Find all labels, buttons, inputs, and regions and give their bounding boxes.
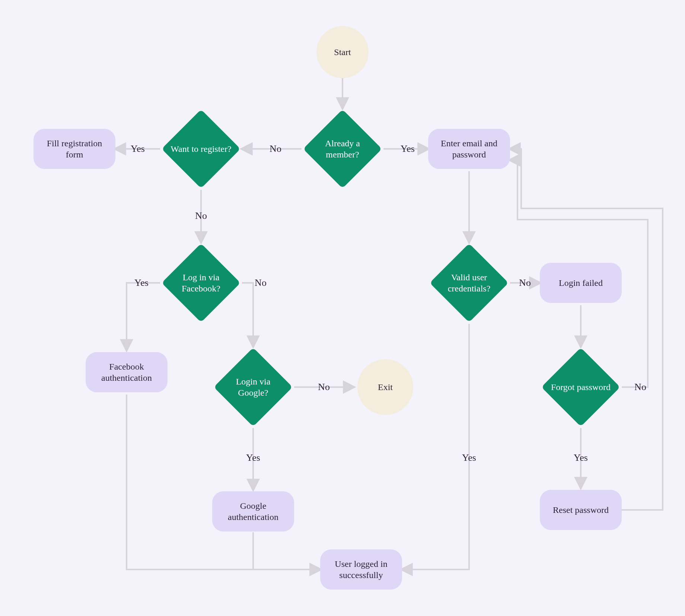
node-already-member: Already a member? — [315, 121, 370, 177]
label-register-no: No — [195, 210, 207, 221]
label-valid-yes: Yes — [462, 452, 476, 463]
node-start: Start — [316, 26, 369, 78]
node-logged-in: User logged in successfully — [320, 549, 402, 590]
node-valid-creds-label: Valid user credentials? — [437, 272, 501, 294]
node-login-google-label: Login via Google? — [222, 376, 285, 398]
node-enter-email-password: Enter email and password — [428, 129, 510, 169]
node-forgot-password-label: Forgot password — [549, 382, 612, 393]
node-already-member-label: Already a member? — [311, 138, 374, 160]
node-login-facebook-label: Log in via Facebook? — [169, 272, 233, 294]
node-google-auth-label: Google authentication — [222, 500, 284, 523]
node-logged-in-label: User logged in successfully — [330, 558, 392, 581]
node-fill-registration-label: Fill registration form — [43, 138, 106, 160]
label-fb-no: No — [255, 277, 267, 288]
node-facebook-auth: Facebook authentication — [86, 352, 168, 392]
node-login-facebook: Log in via Facebook? — [173, 255, 229, 311]
label-google-yes: Yes — [246, 452, 260, 463]
node-login-google: Login via Google? — [225, 359, 281, 415]
node-login-failed-label: Login failed — [559, 277, 603, 288]
node-exit: Exit — [357, 359, 413, 415]
label-forgot-yes: Yes — [574, 452, 588, 463]
node-want-register: Want to register? — [173, 121, 229, 177]
node-valid-creds: Valid user credentials? — [441, 255, 497, 311]
node-want-register-label: Want to register? — [169, 143, 233, 154]
node-login-failed: Login failed — [540, 263, 622, 303]
node-reset-password-label: Reset password — [553, 504, 609, 516]
node-facebook-auth-label: Facebook authentication — [95, 361, 158, 383]
flowchart-canvas: Start Exit Already a member? Want to reg… — [0, 0, 685, 616]
label-valid-no: No — [519, 277, 531, 288]
node-forgot-password: Forgot password — [553, 359, 609, 415]
label-fb-yes: Yes — [134, 277, 149, 288]
node-exit-label: Exit — [378, 382, 393, 393]
node-google-auth: Google authentication — [212, 491, 294, 532]
label-google-no: No — [318, 382, 330, 393]
node-fill-registration: Fill registration form — [34, 129, 115, 169]
label-member-no: No — [270, 143, 281, 154]
node-start-label: Start — [334, 47, 351, 58]
node-enter-email-password-label: Enter email and password — [438, 138, 500, 160]
label-forgot-no: No — [634, 382, 646, 393]
node-reset-password: Reset password — [540, 490, 622, 530]
label-register-yes: Yes — [131, 143, 145, 154]
label-member-yes: Yes — [401, 143, 415, 154]
